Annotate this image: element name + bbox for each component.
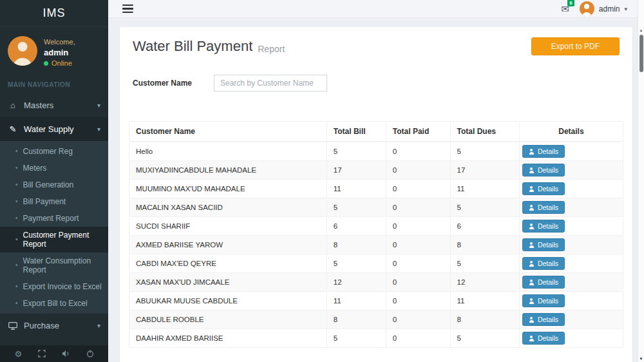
app-logo[interactable]: IMS xyxy=(0,0,108,27)
sidebar-subitem-export-bill-to-excel[interactable]: •Export Bill to Excel xyxy=(0,295,108,312)
bullet-icon: • xyxy=(15,198,18,205)
bullet-icon: • xyxy=(15,148,18,155)
cell-total-dues: 5 xyxy=(450,254,519,273)
cell-details: Details xyxy=(519,161,623,180)
sidebar-subitem-customer-payment-report[interactable]: •Customer Payment Report xyxy=(0,227,108,252)
sidebar-subitem-water-consumption-report[interactable]: •Water Consumption Report xyxy=(0,252,108,278)
person-icon xyxy=(529,336,535,341)
card-header: Water Bill Payment Report Export to PDF xyxy=(120,27,632,59)
details-button[interactable]: Details xyxy=(522,220,565,233)
online-status[interactable]: Online xyxy=(44,59,75,67)
sidebar-subitem-label: Bill Generation xyxy=(23,180,74,189)
cell-total-bill: 11 xyxy=(327,180,386,198)
sidebar-subitem-bill-payment[interactable]: •Bill Payment xyxy=(0,193,108,210)
cell-total-dues: 8 xyxy=(450,310,519,329)
sidebar-subitem-label: Payment Report xyxy=(23,214,79,223)
details-button-label: Details xyxy=(538,148,558,155)
bullet-icon: • xyxy=(15,165,18,171)
scroll-down-arrow-icon[interactable]: ▼ xyxy=(638,357,644,361)
messages-button[interactable]: ✉ 6 xyxy=(561,3,569,15)
cell-customer-name: XASAN MAX'UD JIMCAALE xyxy=(129,273,327,292)
cell-total-dues: 17 xyxy=(450,161,519,180)
details-button-label: Details xyxy=(538,204,558,211)
details-button[interactable]: Details xyxy=(522,257,565,270)
details-button[interactable]: Details xyxy=(522,238,565,251)
cell-total-bill: 12 xyxy=(327,273,386,292)
details-button[interactable]: Details xyxy=(522,276,565,289)
cell-total-paid: 0 xyxy=(386,273,450,292)
cell-details: Details xyxy=(519,329,623,348)
person-icon xyxy=(529,242,535,248)
fullscreen-icon[interactable] xyxy=(38,350,46,357)
sidebar-subitem-customer-reg[interactable]: •Customer Reg xyxy=(0,143,108,160)
export-pdf-button[interactable]: Export to PDF xyxy=(531,37,620,55)
table-row: DAAHIR AXMED BARIISE505Details xyxy=(129,329,623,348)
welcome-text: Welcome, xyxy=(44,38,75,46)
sidebar-item-purchase[interactable]: Purchase ▾ xyxy=(0,314,108,338)
menu-toggle-button[interactable] xyxy=(121,2,135,16)
scrollbar-thumb[interactable] xyxy=(639,35,643,72)
table-row: MUUMINO MAX'UD MAHADALE11011Details xyxy=(129,180,623,198)
sidebar-subitem-payment-report[interactable]: •Payment Report xyxy=(0,210,108,227)
bullet-icon: • xyxy=(15,182,18,188)
cell-total-dues: 5 xyxy=(450,198,519,217)
person-icon xyxy=(529,205,535,211)
scroll-up-arrow-icon[interactable]: ▲ xyxy=(638,28,644,32)
details-button[interactable]: Details xyxy=(522,294,565,307)
sidebar-subitem-label: Water Consumption Report xyxy=(23,256,103,274)
cell-total-bill: 8 xyxy=(327,236,386,254)
person-icon xyxy=(18,42,28,52)
col-total-bill: Total Bill xyxy=(327,122,386,142)
sidebar-subitem-label: Customer Payment Report xyxy=(23,231,103,249)
cell-details: Details xyxy=(519,217,623,236)
payments-table: Customer Name Total Bill Total Paid Tota… xyxy=(129,121,623,348)
cell-total-paid: 0 xyxy=(386,236,450,254)
cell-details: Details xyxy=(519,310,623,329)
sidebar-subitem-export-invoice-to-excel[interactable]: •Export Invoice to Excel xyxy=(0,278,108,295)
home-icon: ⌂ xyxy=(8,100,18,110)
cell-total-paid: 0 xyxy=(386,180,450,198)
sidebar-item-label: Water Supply xyxy=(24,124,91,134)
sidebar-subitem-label: Meters xyxy=(23,164,47,173)
cell-details: Details xyxy=(519,292,623,310)
cell-total-dues: 12 xyxy=(450,273,519,292)
details-button[interactable]: Details xyxy=(522,182,565,195)
details-button[interactable]: Details xyxy=(522,145,565,158)
sidebar-subitem-label: Export Bill to Excel xyxy=(23,299,88,308)
user-menu[interactable]: admin ▾ xyxy=(580,1,627,16)
details-button[interactable]: Details xyxy=(522,332,565,345)
person-icon xyxy=(529,186,535,192)
sidebar-subitem-bill-generation[interactable]: •Bill Generation xyxy=(0,176,108,193)
cell-details: Details xyxy=(519,198,623,217)
details-button[interactable]: Details xyxy=(522,164,565,176)
sidebar-item-water-supply[interactable]: ✎ Water Supply ▾ xyxy=(0,117,108,141)
sound-icon[interactable] xyxy=(62,350,70,357)
online-status-label: Online xyxy=(52,59,72,67)
page-title: Water Bill Payment xyxy=(133,38,252,55)
page-subtitle: Report xyxy=(258,39,285,54)
power-icon[interactable] xyxy=(86,350,94,357)
cell-total-paid: 0 xyxy=(386,292,450,310)
customer-name-search-input[interactable] xyxy=(214,75,327,91)
customer-name-label: Customer Name xyxy=(133,79,202,88)
cell-customer-name: MUUMINO MAX'UD MAHADALE xyxy=(129,180,327,198)
main-column: ✉ 6 admin ▾ Water Bill Payment Report xyxy=(108,0,644,362)
details-button[interactable]: Details xyxy=(522,201,565,214)
table-row: Hello505Details xyxy=(129,142,623,161)
sidebar-item-masters[interactable]: ⌂ Masters ▾ xyxy=(0,93,108,117)
settings-icon[interactable]: ⚙ xyxy=(14,350,22,358)
table-row: CABDULE ROOBLE808Details xyxy=(129,310,623,329)
cell-total-paid: 0 xyxy=(386,161,450,180)
table-row: MUXIYADIINCABDULE MAHADALE17017Details xyxy=(129,161,623,180)
cell-total-dues: 5 xyxy=(450,329,519,348)
sidebar-subitem-meters[interactable]: •Meters xyxy=(0,160,108,176)
cell-total-bill: 17 xyxy=(327,161,386,180)
sidebar-footer: ⚙ xyxy=(0,345,108,362)
person-icon xyxy=(529,167,535,173)
sidebar-subitem-label: Customer Reg xyxy=(23,147,73,156)
scrollbar[interactable]: ▲ ▼ xyxy=(638,0,644,362)
app-root: IMS Welcome, admin Online MAIN NAVIGATIO… xyxy=(0,0,644,362)
topbar-right: ✉ 6 admin ▾ xyxy=(561,1,627,16)
details-button[interactable]: Details xyxy=(522,313,565,326)
user-info: Welcome, admin Online xyxy=(44,36,75,67)
